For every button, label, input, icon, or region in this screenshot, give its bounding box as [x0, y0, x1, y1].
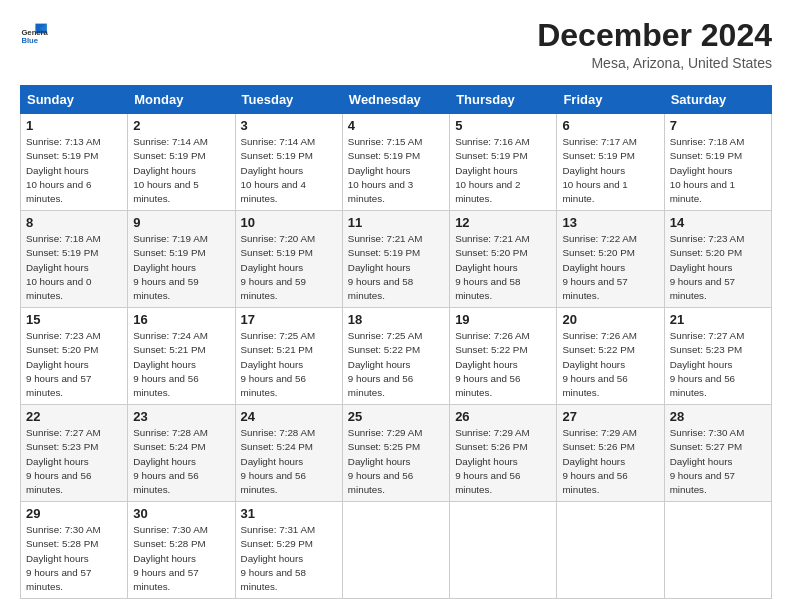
day-info: Sunrise: 7:27 AM Sunset: 5:23 PM Dayligh… — [26, 426, 122, 497]
day-number: 11 — [348, 215, 444, 230]
day-info: Sunrise: 7:23 AM Sunset: 5:20 PM Dayligh… — [670, 232, 766, 303]
calendar-cell: 30 Sunrise: 7:30 AM Sunset: 5:28 PM Dayl… — [128, 502, 235, 599]
day-number: 18 — [348, 312, 444, 327]
col-saturday: Saturday — [664, 86, 771, 114]
svg-text:Blue: Blue — [21, 36, 38, 45]
day-info: Sunrise: 7:25 AM Sunset: 5:21 PM Dayligh… — [241, 329, 337, 400]
day-info: Sunrise: 7:23 AM Sunset: 5:20 PM Dayligh… — [26, 329, 122, 400]
calendar-cell: 12 Sunrise: 7:21 AM Sunset: 5:20 PM Dayl… — [450, 211, 557, 308]
calendar-cell: 8 Sunrise: 7:18 AM Sunset: 5:19 PM Dayli… — [21, 211, 128, 308]
day-info: Sunrise: 7:30 AM Sunset: 5:28 PM Dayligh… — [133, 523, 229, 594]
calendar-cell: 3 Sunrise: 7:14 AM Sunset: 5:19 PM Dayli… — [235, 114, 342, 211]
day-number: 25 — [348, 409, 444, 424]
col-sunday: Sunday — [21, 86, 128, 114]
day-info: Sunrise: 7:14 AM Sunset: 5:19 PM Dayligh… — [133, 135, 229, 206]
day-info: Sunrise: 7:21 AM Sunset: 5:20 PM Dayligh… — [455, 232, 551, 303]
calendar-cell: 5 Sunrise: 7:16 AM Sunset: 5:19 PM Dayli… — [450, 114, 557, 211]
calendar-cell: 28 Sunrise: 7:30 AM Sunset: 5:27 PM Dayl… — [664, 405, 771, 502]
day-number: 8 — [26, 215, 122, 230]
calendar-cell: 16 Sunrise: 7:24 AM Sunset: 5:21 PM Dayl… — [128, 308, 235, 405]
calendar-week-row: 15 Sunrise: 7:23 AM Sunset: 5:20 PM Dayl… — [21, 308, 772, 405]
day-number: 2 — [133, 118, 229, 133]
day-info: Sunrise: 7:30 AM Sunset: 5:28 PM Dayligh… — [26, 523, 122, 594]
calendar-cell: 27 Sunrise: 7:29 AM Sunset: 5:26 PM Dayl… — [557, 405, 664, 502]
calendar-cell: 25 Sunrise: 7:29 AM Sunset: 5:25 PM Dayl… — [342, 405, 449, 502]
calendar-cell — [557, 502, 664, 599]
day-number: 27 — [562, 409, 658, 424]
calendar-cell: 7 Sunrise: 7:18 AM Sunset: 5:19 PM Dayli… — [664, 114, 771, 211]
day-info: Sunrise: 7:24 AM Sunset: 5:21 PM Dayligh… — [133, 329, 229, 400]
day-number: 14 — [670, 215, 766, 230]
logo: General Blue — [20, 18, 48, 46]
logo-icon: General Blue — [20, 18, 48, 46]
day-number: 13 — [562, 215, 658, 230]
day-number: 5 — [455, 118, 551, 133]
day-info: Sunrise: 7:17 AM Sunset: 5:19 PM Dayligh… — [562, 135, 658, 206]
day-number: 12 — [455, 215, 551, 230]
day-number: 15 — [26, 312, 122, 327]
col-wednesday: Wednesday — [342, 86, 449, 114]
calendar-cell: 13 Sunrise: 7:22 AM Sunset: 5:20 PM Dayl… — [557, 211, 664, 308]
calendar-cell: 22 Sunrise: 7:27 AM Sunset: 5:23 PM Dayl… — [21, 405, 128, 502]
day-number: 22 — [26, 409, 122, 424]
day-info: Sunrise: 7:29 AM Sunset: 5:25 PM Dayligh… — [348, 426, 444, 497]
calendar-cell: 11 Sunrise: 7:21 AM Sunset: 5:19 PM Dayl… — [342, 211, 449, 308]
calendar-cell: 1 Sunrise: 7:13 AM Sunset: 5:19 PM Dayli… — [21, 114, 128, 211]
day-info: Sunrise: 7:29 AM Sunset: 5:26 PM Dayligh… — [562, 426, 658, 497]
day-number: 21 — [670, 312, 766, 327]
day-number: 9 — [133, 215, 229, 230]
col-friday: Friday — [557, 86, 664, 114]
day-info: Sunrise: 7:16 AM Sunset: 5:19 PM Dayligh… — [455, 135, 551, 206]
day-number: 28 — [670, 409, 766, 424]
day-number: 30 — [133, 506, 229, 521]
day-number: 19 — [455, 312, 551, 327]
day-number: 3 — [241, 118, 337, 133]
calendar-cell: 26 Sunrise: 7:29 AM Sunset: 5:26 PM Dayl… — [450, 405, 557, 502]
col-thursday: Thursday — [450, 86, 557, 114]
day-number: 29 — [26, 506, 122, 521]
day-number: 31 — [241, 506, 337, 521]
day-info: Sunrise: 7:13 AM Sunset: 5:19 PM Dayligh… — [26, 135, 122, 206]
calendar-week-row: 29 Sunrise: 7:30 AM Sunset: 5:28 PM Dayl… — [21, 502, 772, 599]
day-number: 23 — [133, 409, 229, 424]
calendar-cell: 2 Sunrise: 7:14 AM Sunset: 5:19 PM Dayli… — [128, 114, 235, 211]
calendar-cell: 17 Sunrise: 7:25 AM Sunset: 5:21 PM Dayl… — [235, 308, 342, 405]
day-info: Sunrise: 7:15 AM Sunset: 5:19 PM Dayligh… — [348, 135, 444, 206]
calendar-cell: 29 Sunrise: 7:30 AM Sunset: 5:28 PM Dayl… — [21, 502, 128, 599]
day-info: Sunrise: 7:27 AM Sunset: 5:23 PM Dayligh… — [670, 329, 766, 400]
day-number: 10 — [241, 215, 337, 230]
day-number: 24 — [241, 409, 337, 424]
calendar-week-row: 8 Sunrise: 7:18 AM Sunset: 5:19 PM Dayli… — [21, 211, 772, 308]
day-number: 4 — [348, 118, 444, 133]
day-info: Sunrise: 7:26 AM Sunset: 5:22 PM Dayligh… — [455, 329, 551, 400]
calendar-cell: 14 Sunrise: 7:23 AM Sunset: 5:20 PM Dayl… — [664, 211, 771, 308]
calendar-cell: 18 Sunrise: 7:25 AM Sunset: 5:22 PM Dayl… — [342, 308, 449, 405]
header: General Blue December 2024 Mesa, Arizona… — [20, 18, 772, 71]
calendar-cell — [664, 502, 771, 599]
calendar-week-row: 22 Sunrise: 7:27 AM Sunset: 5:23 PM Dayl… — [21, 405, 772, 502]
calendar-cell: 9 Sunrise: 7:19 AM Sunset: 5:19 PM Dayli… — [128, 211, 235, 308]
calendar-cell: 31 Sunrise: 7:31 AM Sunset: 5:29 PM Dayl… — [235, 502, 342, 599]
calendar-cell: 21 Sunrise: 7:27 AM Sunset: 5:23 PM Dayl… — [664, 308, 771, 405]
day-number: 17 — [241, 312, 337, 327]
day-info: Sunrise: 7:20 AM Sunset: 5:19 PM Dayligh… — [241, 232, 337, 303]
calendar-cell: 4 Sunrise: 7:15 AM Sunset: 5:19 PM Dayli… — [342, 114, 449, 211]
calendar-cell: 24 Sunrise: 7:28 AM Sunset: 5:24 PM Dayl… — [235, 405, 342, 502]
calendar-cell: 6 Sunrise: 7:17 AM Sunset: 5:19 PM Dayli… — [557, 114, 664, 211]
calendar-week-row: 1 Sunrise: 7:13 AM Sunset: 5:19 PM Dayli… — [21, 114, 772, 211]
calendar-cell: 10 Sunrise: 7:20 AM Sunset: 5:19 PM Dayl… — [235, 211, 342, 308]
day-info: Sunrise: 7:22 AM Sunset: 5:20 PM Dayligh… — [562, 232, 658, 303]
page: General Blue December 2024 Mesa, Arizona… — [0, 0, 792, 609]
day-number: 1 — [26, 118, 122, 133]
day-number: 7 — [670, 118, 766, 133]
col-monday: Monday — [128, 86, 235, 114]
calendar-cell: 15 Sunrise: 7:23 AM Sunset: 5:20 PM Dayl… — [21, 308, 128, 405]
day-number: 16 — [133, 312, 229, 327]
day-info: Sunrise: 7:26 AM Sunset: 5:22 PM Dayligh… — [562, 329, 658, 400]
day-info: Sunrise: 7:28 AM Sunset: 5:24 PM Dayligh… — [241, 426, 337, 497]
day-info: Sunrise: 7:31 AM Sunset: 5:29 PM Dayligh… — [241, 523, 337, 594]
day-info: Sunrise: 7:19 AM Sunset: 5:19 PM Dayligh… — [133, 232, 229, 303]
col-tuesday: Tuesday — [235, 86, 342, 114]
location: Mesa, Arizona, United States — [537, 55, 772, 71]
day-number: 6 — [562, 118, 658, 133]
